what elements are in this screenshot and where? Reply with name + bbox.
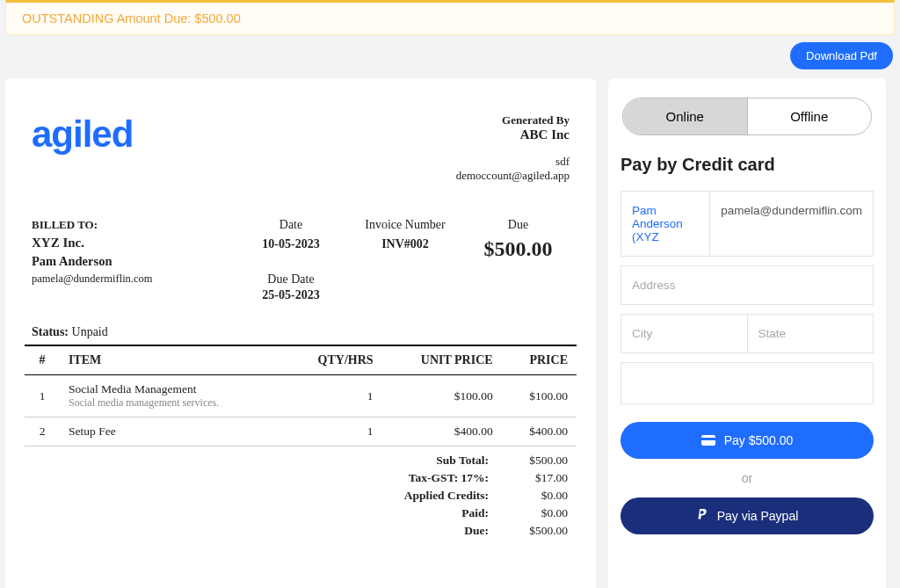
status-value: Unpaid: [72, 325, 108, 338]
due-date-label: Due Date: [249, 272, 333, 287]
total-label: Due:: [366, 524, 489, 538]
generated-by-label: Generated By: [456, 113, 570, 127]
email-field[interactable]: pamela@dundermiflin.com: [710, 191, 874, 257]
billed-to-client: XYZ Inc.: [32, 236, 238, 250]
total-value: $0.00: [506, 489, 568, 503]
billed-to: BILLED TO: XYZ Inc. Pam Anderson pamela@…: [32, 218, 238, 302]
address-field[interactable]: Address: [621, 265, 874, 305]
brand-logo: agiled: [32, 113, 133, 156]
name-field[interactable]: Pam Anderson (XYZ: [621, 191, 710, 257]
total-label: Sub Total:: [366, 454, 489, 468]
col-unit-price: UNIT PRICE: [382, 345, 502, 375]
paypal-button[interactable]: Pay via Paypal: [621, 497, 874, 534]
or-divider: or: [621, 471, 874, 485]
payment-tabs: Online Offline: [622, 98, 872, 135]
download-pdf-button[interactable]: Download Pdf: [790, 42, 893, 69]
date-value: 10-05-2023: [249, 237, 333, 251]
generated-by: Generated By ABC Inc sdf democcount@agil…: [456, 113, 570, 183]
item-unit: $100.00: [382, 375, 502, 417]
billed-to-email: pamela@dundermiflin.com: [32, 272, 238, 286]
item-name: Setup Fee: [69, 425, 276, 439]
item-qty: 1: [285, 417, 382, 446]
status-label: Status:: [32, 325, 69, 338]
total-label: Paid:: [366, 506, 489, 520]
pay-button[interactable]: Pay $500.00: [621, 422, 874, 459]
col-price: PRICE: [502, 345, 577, 375]
payment-sidebar: Online Offline Pay by Credit card Pam An…: [608, 78, 886, 588]
totals: Sub Total:$500.00 Tax-GST: 17%:$17.00 Ap…: [25, 452, 577, 540]
tab-online[interactable]: Online: [623, 98, 747, 134]
total-label: Tax-GST: 17%:: [366, 471, 489, 485]
generated-by-sub1: sdf: [456, 155, 570, 169]
item-desc: Social media management services.: [69, 396, 276, 410]
paypal-icon: [696, 509, 708, 523]
invoice-panel: agiled Generated By ABC Inc sdf democcou…: [5, 78, 596, 588]
total-label: Applied Credits:: [366, 489, 489, 503]
table-row: 2 Setup Fee 1 $400.00 $400.00: [25, 417, 577, 446]
line-items-table: # ITEM QTY/HRS UNIT PRICE PRICE 1 Social…: [25, 345, 577, 446]
date-label: Date: [249, 218, 333, 232]
total-value: $0.00: [506, 506, 568, 520]
table-row: 1 Social Media Management Social media m…: [25, 375, 577, 417]
pay-button-label: Pay $500.00: [724, 433, 794, 447]
invoice-number-value: INV#002: [354, 237, 456, 251]
card-field[interactable]: [621, 362, 874, 404]
due-amount: $500.00: [477, 237, 559, 261]
due-label: Due: [477, 218, 559, 232]
total-value: $500.00: [506, 454, 568, 468]
billed-to-label: BILLED TO:: [32, 218, 238, 232]
item-qty: 1: [285, 375, 382, 417]
pay-header: Pay by Credit card: [621, 155, 874, 175]
total-value: $500.00: [506, 524, 568, 538]
state-field[interactable]: State: [748, 314, 875, 353]
item-unit: $400.00: [382, 417, 502, 446]
due-date-value: 25-05-2023: [249, 288, 333, 302]
tab-offline[interactable]: Offline: [747, 98, 872, 134]
generated-by-company: ABC Inc: [456, 127, 570, 142]
invoice-number-label: Invoice Number: [354, 218, 456, 232]
invoice-status: Status: Unpaid: [25, 325, 577, 339]
outstanding-banner: OUTSTANDING Amount Due: $500.00: [5, 0, 895, 35]
paypal-button-label: Pay via Paypal: [717, 509, 799, 523]
col-item: ITEM: [60, 345, 285, 375]
topbar: Download Pdf: [0, 35, 900, 78]
credit-card-icon: [701, 435, 715, 446]
total-value: $17.00: [506, 471, 568, 485]
invoice-due-col: Due $500.00: [467, 218, 570, 302]
item-price: $400.00: [502, 417, 577, 446]
item-name: Social Media Management: [69, 382, 276, 396]
city-field[interactable]: City: [621, 314, 748, 353]
invoice-number-col: Invoice Number INV#002: [344, 218, 467, 302]
generated-by-email: democcount@agiled.app: [456, 169, 570, 183]
col-num: #: [25, 345, 60, 375]
invoice-date-col: Date 10-05-2023 Due Date 25-05-2023: [238, 218, 344, 302]
billed-to-person: Pam Anderson: [32, 254, 238, 269]
row-num: 2: [25, 417, 60, 446]
col-qty: QTY/HRS: [285, 345, 382, 375]
row-num: 1: [25, 375, 60, 417]
item-price: $100.00: [502, 375, 577, 417]
